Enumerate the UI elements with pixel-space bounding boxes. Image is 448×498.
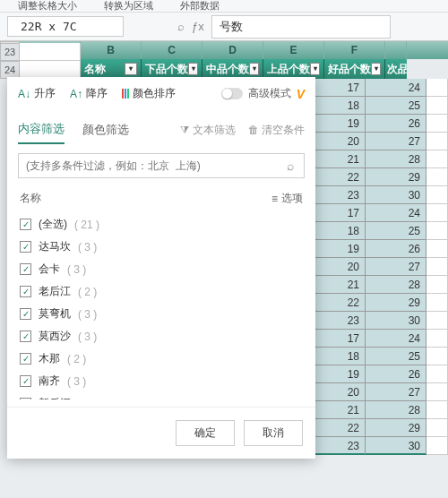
tab-color-filter[interactable]: 颜色筛选	[82, 116, 129, 143]
cell[interactable]: 27	[366, 133, 426, 150]
cell[interactable]: 29	[366, 168, 426, 186]
cell[interactable]	[426, 150, 448, 168]
filter-item[interactable]: ✓老后江( 2 )	[20, 280, 303, 303]
cell[interactable]	[426, 348, 448, 365]
cell[interactable]: 29	[366, 419, 426, 437]
cell[interactable]: 30	[366, 186, 426, 204]
sort-asc-button[interactable]: A↓ 升序	[18, 86, 56, 101]
filter-item[interactable]: ✓会卡( 3 )	[20, 258, 303, 280]
options-button[interactable]: ≡ 选项	[271, 191, 303, 206]
col-header-g[interactable]	[385, 41, 407, 59]
name-box[interactable]: 22R x 7C	[7, 16, 124, 37]
cell[interactable]: 26	[366, 240, 426, 258]
cell[interactable]	[426, 115, 448, 133]
cell[interactable]	[426, 401, 448, 419]
filter-panel: A↓ 升序 A↑ 降序 颜色排序 高级模式 V 内容筛选 颜色筛选 ⧩ 文本筛选…	[7, 77, 315, 459]
cell[interactable]	[426, 222, 448, 240]
cell[interactable]	[426, 365, 448, 383]
ok-button[interactable]: 确定	[176, 420, 235, 446]
formula-input[interactable]: 号数	[211, 15, 391, 39]
cell[interactable]: 28	[366, 401, 426, 419]
filter-dropdown-icon[interactable]: ▾	[249, 63, 259, 75]
sort-desc-button[interactable]: A↑ 降序	[70, 86, 108, 101]
panel-buttons: 确定 取消	[7, 407, 315, 451]
filter-item[interactable]: ✓(全选)( 21 )	[20, 213, 303, 236]
list-header: 名称 ≡ 选项	[7, 187, 315, 213]
col-header-d[interactable]: D	[202, 41, 263, 59]
filter-item[interactable]: ✓新后江( 2 )	[20, 392, 303, 399]
col-header-c[interactable]: C	[142, 41, 202, 59]
checkbox-icon: ✓	[20, 375, 31, 387]
tab-content-filter[interactable]: 内容筛选	[18, 116, 65, 144]
cell[interactable]: 28	[366, 150, 426, 168]
cell[interactable]: 25	[366, 222, 426, 240]
cancel-button[interactable]: 取消	[244, 420, 303, 446]
search-icon[interactable]: ⌕	[277, 159, 304, 173]
col-header-f[interactable]: F	[324, 41, 385, 59]
cell[interactable]: 30	[366, 312, 426, 330]
ribbon-item[interactable]: 调整长格大小	[18, 0, 77, 13]
cell[interactable]: 29	[366, 294, 426, 312]
cell[interactable]: 25	[366, 348, 426, 365]
cell[interactable]: 25	[366, 97, 426, 115]
bottom-row-numbers: 23 24	[0, 43, 90, 79]
item-count: ( 2 )	[78, 398, 97, 400]
cell[interactable]	[426, 97, 448, 115]
col-header-b[interactable]: B	[81, 41, 142, 59]
fx-icon[interactable]: ƒx	[192, 20, 204, 33]
cell[interactable]: 24	[366, 330, 426, 348]
advanced-mode-toggle[interactable]: 高级模式 V	[221, 86, 305, 101]
cell[interactable]: 30	[366, 437, 426, 455]
cell[interactable]	[426, 312, 448, 330]
cell[interactable]	[426, 186, 448, 204]
filter-item[interactable]: ✓南齐( 3 )	[20, 370, 303, 392]
cell[interactable]	[426, 383, 448, 401]
table-row: 1724	[305, 79, 448, 97]
clear-conditions-button[interactable]: 🗑 清空条件	[248, 123, 305, 138]
cell[interactable]	[426, 330, 448, 348]
cell[interactable]: 24	[366, 204, 426, 222]
filter-dropdown-icon[interactable]: ▾	[310, 63, 320, 75]
item-label: 莫西沙	[39, 329, 71, 344]
color-sort-button[interactable]: 颜色排序	[122, 86, 176, 101]
row-number[interactable]: 24	[0, 61, 20, 79]
filter-dropdown-icon[interactable]: ▾	[188, 63, 198, 75]
cell[interactable]: 28	[366, 276, 426, 294]
cell[interactable]	[426, 133, 448, 150]
item-label: 会卡	[39, 262, 60, 277]
header-cell: 名称▾	[81, 59, 142, 79]
cell[interactable]	[426, 79, 448, 97]
filter-item[interactable]: ✓达马坎( 3 )	[20, 236, 303, 258]
cell[interactable]	[426, 437, 448, 455]
cell[interactable]	[426, 240, 448, 258]
search-input[interactable]	[19, 154, 277, 177]
filter-item-list: ✓(全选)( 21 )✓达马坎( 3 )✓会卡( 3 )✓老后江( 2 )✓莫弯…	[7, 213, 315, 399]
cell[interactable]	[20, 43, 81, 61]
filter-item[interactable]: ✓莫西沙( 3 )	[20, 325, 303, 348]
row-number[interactable]: 23	[0, 43, 20, 61]
item-count: ( 3 )	[78, 241, 97, 253]
filter-dropdown-icon[interactable]: ▾	[125, 63, 137, 75]
checkbox-icon: ✓	[20, 331, 31, 342]
cell[interactable]	[426, 294, 448, 312]
table-row: 2128	[305, 150, 448, 168]
cell[interactable]	[20, 61, 81, 79]
cell[interactable]: 26	[366, 115, 426, 133]
cell[interactable]: 27	[366, 258, 426, 276]
filter-dropdown-icon[interactable]: ▾	[371, 63, 381, 75]
filter-item[interactable]: ✓莫弯机( 3 )	[20, 303, 303, 325]
cell[interactable]: 24	[366, 79, 426, 97]
cell[interactable]	[426, 204, 448, 222]
col-header-e[interactable]: E	[263, 41, 324, 59]
cell[interactable]: 26	[366, 365, 426, 383]
ribbon-item[interactable]: 转换为区域	[104, 0, 153, 13]
text-filter-button[interactable]: ⧩ 文本筛选	[180, 123, 235, 138]
cell[interactable]: 27	[366, 383, 426, 401]
search-icon[interactable]: ⌕	[177, 20, 185, 33]
cell[interactable]	[426, 168, 448, 186]
ribbon-item[interactable]: 外部数据	[180, 0, 220, 13]
filter-item[interactable]: ✓木那( 2 )	[20, 348, 303, 370]
cell[interactable]	[426, 276, 448, 294]
cell[interactable]	[426, 419, 448, 437]
cell[interactable]	[426, 258, 448, 276]
